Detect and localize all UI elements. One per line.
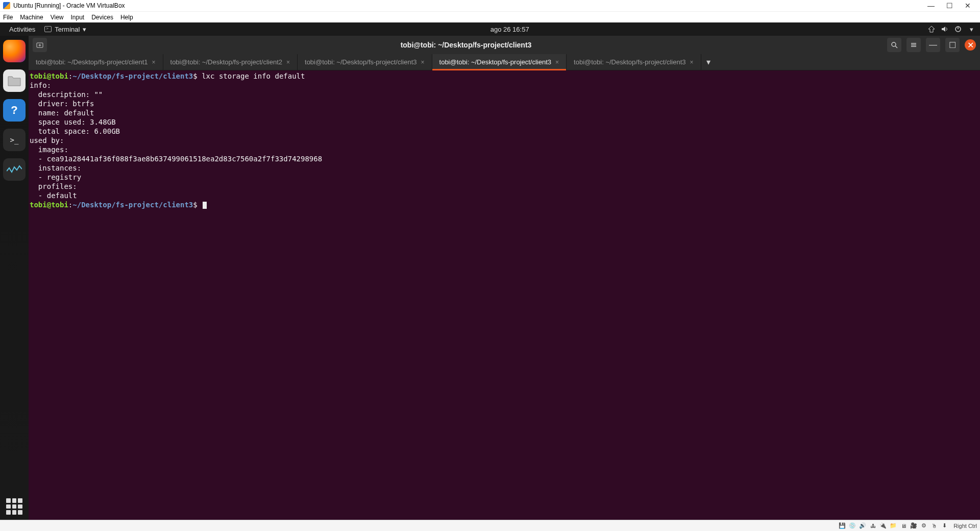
tab-close-icon[interactable]: × [555, 59, 559, 66]
hostkey-label[interactable]: Right Ctrl [953, 523, 977, 529]
status-network-icon[interactable]: 🖧 [869, 522, 877, 530]
status-recording-icon[interactable]: 🎥 [910, 522, 918, 530]
status-shared-folder-icon[interactable]: 📁 [889, 522, 897, 530]
status-processor-icon[interactable]: ⚙ [920, 522, 928, 530]
terminal-tab[interactable]: tobi@tobi: ~/Desktop/fs-project/client3× [298, 54, 432, 70]
terminal-title: tobi@tobi: ~/Desktop/fs-project/client3 [50, 41, 882, 49]
close-button[interactable]: ✕ [959, 2, 977, 10]
menu-devices[interactable]: Devices [91, 14, 113, 21]
status-hdd-icon[interactable]: 💾 [838, 522, 846, 530]
status-display-icon[interactable]: 🖥 [899, 522, 908, 530]
tab-close-icon[interactable]: × [690, 59, 694, 66]
window-maximize-button[interactable]: ☐ [945, 38, 960, 52]
network-icon[interactable] [928, 26, 935, 33]
menu-machine[interactable]: Machine [20, 14, 43, 21]
app-menu[interactable]: Terminal ▾ [39, 26, 91, 33]
app-menu-label: Terminal [55, 26, 80, 33]
hamburger-menu-button[interactable] [906, 38, 921, 52]
terminal-tabs: tobi@tobi: ~/Desktop/fs-project/client1×… [29, 54, 980, 70]
dock-help[interactable]: ? [3, 99, 26, 122]
menu-help[interactable]: Help [120, 14, 133, 21]
volume-icon[interactable] [941, 26, 948, 33]
vbox-window-title: Ubuntu [Running] - Oracle VM VirtualBox [13, 2, 125, 9]
chevron-down-icon: ▾ [83, 26, 86, 33]
status-keyboard-icon[interactable]: ⬇ [940, 522, 948, 530]
terminal-body[interactable]: tobi@tobi:~/Desktop/fs-project/client3$ … [29, 70, 980, 520]
maximize-button[interactable]: ☐ [940, 2, 959, 10]
tab-close-icon[interactable]: × [421, 59, 425, 66]
dock: ? >_ [0, 36, 29, 520]
window-minimize-button[interactable]: — [926, 38, 940, 52]
power-icon[interactable] [954, 26, 962, 33]
menu-file[interactable]: File [3, 14, 13, 21]
tabs-overflow-button[interactable]: ▾ [701, 54, 716, 70]
system-tray: ▾ [928, 26, 975, 33]
terminal-headerbar: tobi@tobi: ~/Desktop/fs-project/client3 … [29, 36, 980, 54]
status-audio-icon[interactable]: 🔊 [859, 522, 867, 530]
status-usb-icon[interactable]: 🔌 [879, 522, 887, 530]
clock[interactable]: ago 26 16:57 [91, 26, 928, 33]
terminal-window: tobi@tobi: ~/Desktop/fs-project/client3 … [29, 36, 980, 520]
tab-close-icon[interactable]: × [152, 59, 156, 66]
window-close-button[interactable]: ✕ [965, 39, 976, 51]
terminal-tab[interactable]: tobi@tobi: ~/Desktop/fs-project/client3× [567, 54, 701, 70]
dock-firefox[interactable] [3, 40, 26, 62]
desktop: ? >_ tobi@tobi: ~/Desktop/fs-project/cli… [0, 36, 980, 520]
tab-label: tobi@tobi: ~/Desktop/fs-project/client3 [574, 58, 686, 66]
tab-label: tobi@tobi: ~/Desktop/fs-project/client2 [170, 58, 283, 66]
virtualbox-icon [3, 2, 10, 9]
terminal-tab[interactable]: tobi@tobi: ~/Desktop/fs-project/client3× [432, 54, 567, 70]
status-mouse-icon[interactable]: 🖱 [930, 522, 938, 530]
show-applications-button[interactable] [6, 498, 22, 515]
tab-label: tobi@tobi: ~/Desktop/fs-project/client3 [439, 58, 552, 66]
tab-close-icon[interactable]: × [286, 59, 290, 66]
dock-terminal[interactable]: >_ [3, 129, 26, 151]
tab-label: tobi@tobi: ~/Desktop/fs-project/client1 [36, 58, 148, 66]
menu-input[interactable]: Input [71, 14, 85, 21]
new-tab-button[interactable] [33, 38, 47, 52]
menu-view[interactable]: View [51, 14, 64, 21]
vbox-statusbar: 💾 💿 🔊 🖧 🔌 📁 🖥 🎥 ⚙ 🖱 ⬇ Right Ctrl [0, 520, 980, 531]
terminal-icon [44, 26, 52, 32]
svg-line-6 [895, 46, 897, 48]
svg-point-5 [892, 42, 896, 46]
activities-button[interactable]: Activities [5, 26, 39, 33]
search-button[interactable] [887, 38, 901, 52]
status-optical-icon[interactable]: 💿 [848, 522, 856, 530]
minimize-button[interactable]: — [922, 2, 940, 10]
dock-system-monitor[interactable] [3, 158, 26, 181]
terminal-tab[interactable]: tobi@tobi: ~/Desktop/fs-project/client1× [29, 54, 163, 70]
tab-label: tobi@tobi: ~/Desktop/fs-project/client3 [305, 58, 417, 66]
gnome-topbar: Activities Terminal ▾ ago 26 16:57 ▾ [0, 22, 980, 36]
vbox-menubar: File Machine View Input Devices Help [0, 11, 980, 22]
dock-files[interactable] [3, 69, 26, 92]
chevron-down-icon[interactable]: ▾ [968, 26, 975, 33]
vbox-titlebar: Ubuntu [Running] - Oracle VM VirtualBox … [0, 0, 980, 11]
terminal-tab[interactable]: tobi@tobi: ~/Desktop/fs-project/client2× [163, 54, 298, 70]
